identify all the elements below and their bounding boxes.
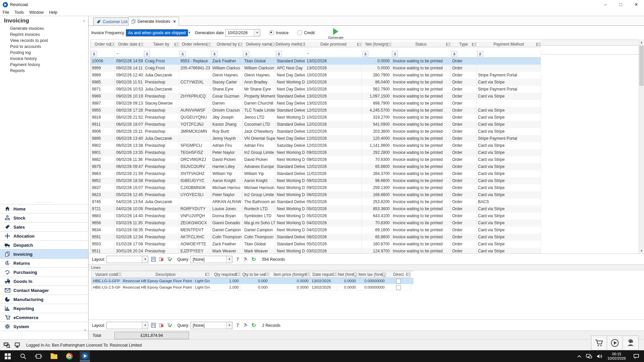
- table-row[interactable]: 990106/02/26 13:35PrestashopTEGHSFISZPet…: [91, 149, 541, 156]
- frequency-select[interactable]: As and when goods are shipped ▼: [126, 29, 187, 37]
- edit-query-icon[interactable]: ?: [234, 256, 240, 262]
- generation-date-select[interactable]: 10/02/2026 ▼: [225, 29, 260, 37]
- sidebar-item-reprint-invoices[interactable]: Reprint invoices: [0, 32, 88, 38]
- module-invoicing[interactable]: Invoicing: [0, 249, 88, 258]
- table-row[interactable]: 990606/02/26 15:11PrestashopJMRMCKGMNRoy…: [91, 128, 541, 135]
- module-overflow-icon[interactable]: »: [84, 328, 86, 332]
- filter-cell[interactable]: A: [362, 50, 391, 58]
- column-header-date-promised[interactable]: Date promised: [305, 42, 362, 47]
- lines-column-header-qty-to-be-sent[interactable]: Qty to be sent: [240, 271, 269, 278]
- chevron-down-icon[interactable]: ▼: [226, 322, 232, 329]
- table-row[interactable]: 951130/01/26 20:24PrestashopEJZFPYEEYMar…: [91, 248, 541, 254]
- edit-query-icon[interactable]: ?: [234, 322, 240, 328]
- workstation-icon[interactable]: [13, 342, 21, 349]
- sidebar-item-generate-invoices[interactable]: Generate invoices: [0, 25, 88, 32]
- credit-radio[interactable]: Credit: [297, 30, 315, 35]
- chevron-down-icon[interactable]: ▼: [188, 29, 191, 36]
- text-filter-button[interactable]: A: [276, 51, 282, 57]
- column-pin-icon[interactable]: [271, 43, 274, 46]
- module-sales[interactable]: Sales: [0, 222, 88, 231]
- apply-layout-icon[interactable]: [166, 256, 172, 262]
- scrollbar-thumb[interactable]: [639, 46, 644, 86]
- generate-button[interactable]: Generate: [328, 28, 343, 40]
- add-query-icon[interactable]: ?+: [243, 256, 249, 262]
- module-returns[interactable]: Returns: [0, 258, 88, 267]
- close-tab-icon[interactable]: ✕: [173, 19, 176, 24]
- column-pin-icon[interactable]: [387, 43, 390, 46]
- scroll-down-icon[interactable]: ▼: [639, 248, 644, 253]
- column-header-delivery-method[interactable]: Delivery method: [275, 42, 305, 47]
- sidebar-item-post-to-accounts[interactable]: Post to accounts: [0, 44, 88, 50]
- table-row[interactable]: 988709/02/26 09:13Stacey.DewrowDarrenDar…: [91, 100, 541, 107]
- filter-cell[interactable]: A: [243, 50, 275, 58]
- table-row[interactable]: 990206/02/26 13:38PrestashopSFIGMPCLIAdr…: [91, 142, 541, 149]
- module-goods-in[interactable]: Goods In: [0, 277, 88, 286]
- network-icon[interactable]: [586, 354, 592, 359]
- column-pin-icon[interactable]: [332, 273, 336, 276]
- sidebar-item-payment-history[interactable]: Payment history: [0, 62, 88, 68]
- filter-cell[interactable]: –: [305, 50, 362, 57]
- table-row[interactable]: 985205/02/26 18:38PrestashopIGBEUGYYCAar…: [91, 177, 541, 184]
- maximize-button[interactable]: □: [613, 0, 629, 9]
- text-filter-button[interactable]: A: [363, 51, 368, 57]
- module-purchasing[interactable]: Purchasing: [0, 267, 88, 277]
- module-allocation[interactable]: Allocation: [0, 231, 88, 240]
- task-view-icon[interactable]: [34, 351, 44, 361]
- column-pin-icon[interactable]: [117, 273, 120, 276]
- session-monitor-icon[interactable]: [3, 342, 11, 349]
- lines-row[interactable]: HBE-LG-2.5-GFResincoat HB Epoxy Garage F…: [92, 284, 414, 291]
- cart-button[interactable]: [591, 336, 607, 350]
- date-filter-icon[interactable]: –: [307, 51, 309, 56]
- lines-row[interactable]: HBE-LG-5-GFPResincoat HB Epoxy Garage Fl…: [92, 278, 414, 284]
- direct-checkbox[interactable]: [396, 285, 401, 290]
- column-pin-icon[interactable]: [306, 273, 309, 276]
- text-filter-button[interactable]: A: [144, 51, 150, 57]
- invoice-radio[interactable]: Invoice: [269, 30, 288, 35]
- text-filter-button[interactable]: A: [392, 51, 398, 57]
- table-row[interactable]: 986305/02/26 21:59PrestashopXNTFVAOHZWil…: [91, 170, 541, 177]
- table-row[interactable]: 965603/02/26 11:35PrestashopZEUKGWOCXGia…: [91, 220, 541, 227]
- text-filter-button[interactable]: A: [451, 51, 457, 57]
- minimize-button[interactable]: –: [598, 0, 613, 9]
- column-pin-icon[interactable]: [536, 43, 540, 46]
- column-pin-icon[interactable]: [205, 273, 209, 276]
- tab-generate-invoices[interactable]: Generate Invoices ✕: [128, 17, 179, 26]
- layout-select[interactable]: ▼: [106, 322, 148, 329]
- resincoat-app-icon[interactable]: [80, 351, 90, 361]
- add-query-icon[interactable]: ?+: [243, 322, 249, 328]
- table-row[interactable]: 955301/02/26 17:08PrestashopAOWOEYFTEZac…: [91, 241, 541, 248]
- column-pin-icon[interactable]: [472, 43, 476, 46]
- close-button[interactable]: ✕: [629, 0, 644, 9]
- module-system[interactable]: System: [0, 322, 88, 331]
- lines-column-header-item-price-foreign[interactable]: Item price (foreign: [269, 271, 310, 278]
- filter-cell[interactable]: –: [115, 50, 144, 57]
- menu-window[interactable]: Window: [26, 9, 46, 16]
- volume-icon[interactable]: [597, 354, 603, 359]
- module-reporting[interactable]: Reporting: [0, 304, 88, 313]
- menu-tools[interactable]: Tools: [12, 9, 26, 16]
- lines-column-header-variant-code[interactable]: Variant code: [92, 271, 121, 278]
- direct-checkbox[interactable]: [396, 279, 401, 284]
- table-row[interactable]: 989506/02/26 13:40Julia.OwczarekJenny Hu…: [91, 135, 541, 142]
- column-pin-icon[interactable]: [110, 43, 114, 46]
- table-row[interactable]: 995508/02/26 17:28PrestashopAUNVVAWSFOni…: [91, 107, 541, 114]
- tray-expand-icon[interactable]: [577, 355, 581, 358]
- layout-select[interactable]: ▼: [106, 256, 148, 263]
- table-row[interactable]: 998509/02/26 11:51PrestashopCCTYWZIXLSta…: [91, 79, 541, 86]
- column-pin-icon[interactable]: [301, 43, 304, 46]
- filter-cell[interactable]: A: [477, 50, 541, 58]
- table-row[interactable]: 991906/02/26 21:52PrestashopQUGEUYQNUJib…: [91, 114, 541, 121]
- taskbar-clock[interactable]: 00:15 10/02/2026: [607, 352, 626, 361]
- sidebar-item-posting-log[interactable]: Posting log: [0, 50, 88, 56]
- table-row[interactable]: 987506/02/26 09:47PrestashopSSJVCOURVHar…: [91, 163, 541, 170]
- lines-column-header-qty-required[interactable]: Qty required: [210, 271, 240, 278]
- filter-cell[interactable]: A: [211, 50, 243, 58]
- sidebar-item-view-records-to-post[interactable]: View records to post: [0, 38, 88, 44]
- lines-column-header-date-require[interactable]: Date require: [310, 271, 337, 278]
- chevron-down-icon[interactable]: ▼: [254, 29, 260, 36]
- filter-cell[interactable]: A: [275, 50, 305, 58]
- save-layout-icon[interactable]: [150, 256, 156, 262]
- column-pin-icon[interactable]: [446, 43, 450, 46]
- delete-layout-icon[interactable]: [158, 322, 164, 328]
- column-pin-icon[interactable]: [265, 273, 268, 276]
